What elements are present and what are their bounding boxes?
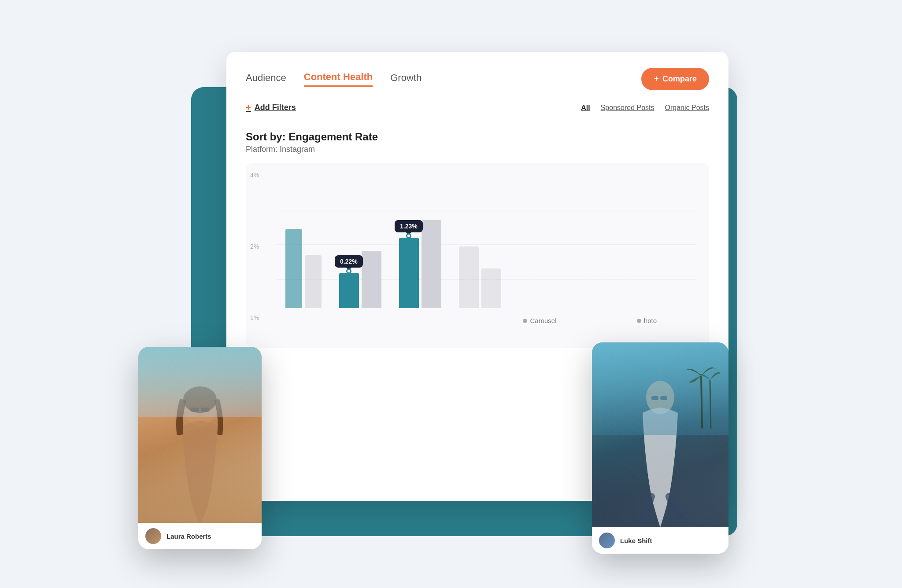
bar-1-gray <box>305 255 322 308</box>
tooltip-123-dot <box>406 233 411 239</box>
add-filters-button[interactable]: + Add Filters <box>246 103 296 113</box>
avatar-right <box>599 533 615 548</box>
filter-all[interactable]: All <box>581 104 590 112</box>
bar-group-1 <box>285 229 322 308</box>
phone-image-right <box>592 342 728 527</box>
y-label-4: 4% <box>250 172 259 179</box>
bar-carousel-gray <box>362 251 381 308</box>
chart-bars-area: 0.22% 1.23% <box>277 176 696 312</box>
x-label-carousel: Carousel <box>491 317 589 324</box>
sort-info: Sort by: Engagement Rate Platform: Insta… <box>246 131 709 154</box>
bar-photo-gray-1 <box>459 246 479 308</box>
filter-row: + Add Filters All Sponsored Posts Organi… <box>246 103 709 120</box>
user-name-left: Laura Roberts <box>166 533 211 540</box>
compare-button[interactable]: + Compare <box>641 68 709 90</box>
tab-content-health[interactable]: Content Health <box>304 71 373 87</box>
user-name-right: Luke Shift <box>620 537 652 544</box>
phone-card-left: Laura Roberts <box>138 347 262 549</box>
tooltip-022-dot <box>346 268 351 274</box>
phone-footer-right: Luke Shift <box>592 527 728 554</box>
tab-growth[interactable]: Growth <box>390 72 421 86</box>
svg-line-8 <box>710 380 711 429</box>
y-label-2: 2% <box>250 243 259 250</box>
filter-organic-posts[interactable]: Organic Posts <box>665 104 709 112</box>
bar-3-teal <box>399 238 419 308</box>
bar-carousel-teal <box>339 273 359 308</box>
x-label-spacer <box>277 317 375 324</box>
chart-container: 4% 2% 1% 0.22% <box>246 163 709 348</box>
tooltip-022: 0.22% <box>335 255 363 268</box>
chart-x-labels: Carousel hoto <box>277 317 696 324</box>
svg-line-7 <box>701 376 702 429</box>
phone-footer-left: Laura Roberts <box>138 523 262 549</box>
nav-tabs: Audience Content Health Growth + Compare <box>246 68 709 90</box>
bars-wrapper: 0.22% 1.23% <box>277 176 696 308</box>
sort-title: Sort by: Engagement Rate <box>246 131 709 143</box>
platform-label: Platform: Instagram <box>246 145 709 154</box>
compare-plus-icon: + <box>654 74 659 84</box>
tooltip-123: 1.23% <box>395 220 423 232</box>
phone-card-right: Luke Shift <box>592 342 728 554</box>
scene: Audience Content Health Growth + Compare… <box>165 52 737 536</box>
filter-options: All Sponsored Posts Organic Posts <box>581 104 709 112</box>
carousel-label: Carousel <box>530 317 556 324</box>
add-filters-plus-icon: + <box>246 103 251 113</box>
palm-tree-svg <box>684 342 720 444</box>
photo-dot <box>637 319 641 323</box>
bar-1-teal <box>285 229 302 308</box>
bar-group-carousel: 0.22% <box>339 251 381 308</box>
x-label-spacer2 <box>384 317 482 324</box>
bar-photo-gray-2 <box>481 268 501 308</box>
phone-image-left <box>138 347 262 523</box>
compare-label: Compare <box>662 74 697 84</box>
x-label-photo: hoto <box>598 317 696 324</box>
bar-3-gray <box>421 220 441 308</box>
carousel-dot <box>523 319 527 323</box>
chart-y-labels: 4% 2% 1% <box>250 172 259 321</box>
nav-tabs-left: Audience Content Health Growth <box>246 71 421 87</box>
y-label-1: 1% <box>250 314 259 321</box>
bar-group-3: 1.23% <box>399 220 441 308</box>
bar-group-photo <box>459 246 501 308</box>
avatar-left <box>145 528 161 544</box>
tab-audience[interactable]: Audience <box>246 72 286 86</box>
add-filters-label: Add Filters <box>255 103 296 112</box>
photo-label: hoto <box>644 317 657 324</box>
filter-sponsored-posts[interactable]: Sponsored Posts <box>601 104 654 112</box>
